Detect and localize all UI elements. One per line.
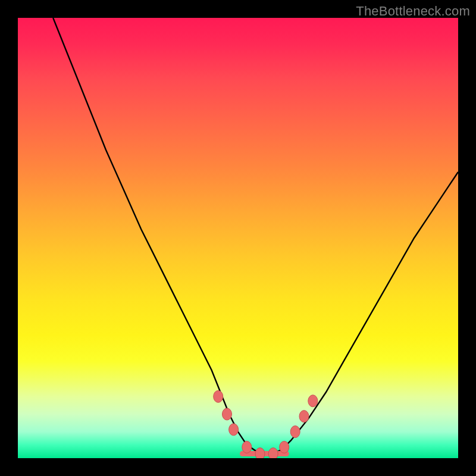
curve-marker — [308, 395, 318, 407]
curve-markers — [214, 390, 318, 458]
curve-marker — [229, 424, 239, 436]
curve-layer — [18, 18, 458, 458]
curve-marker — [268, 448, 278, 458]
curve-marker — [290, 426, 300, 438]
bottleneck-curve — [53, 18, 458, 454]
curve-marker — [299, 411, 309, 422]
curve-marker — [223, 408, 232, 420]
curve-marker — [214, 390, 223, 402]
chart-frame: TheBottleneck.com — [0, 0, 476, 476]
watermark-text: TheBottleneck.com — [356, 4, 470, 19]
curve-marker — [280, 441, 289, 453]
plot-area — [18, 18, 458, 458]
curve-marker — [255, 448, 265, 458]
curve-marker — [242, 441, 252, 453]
